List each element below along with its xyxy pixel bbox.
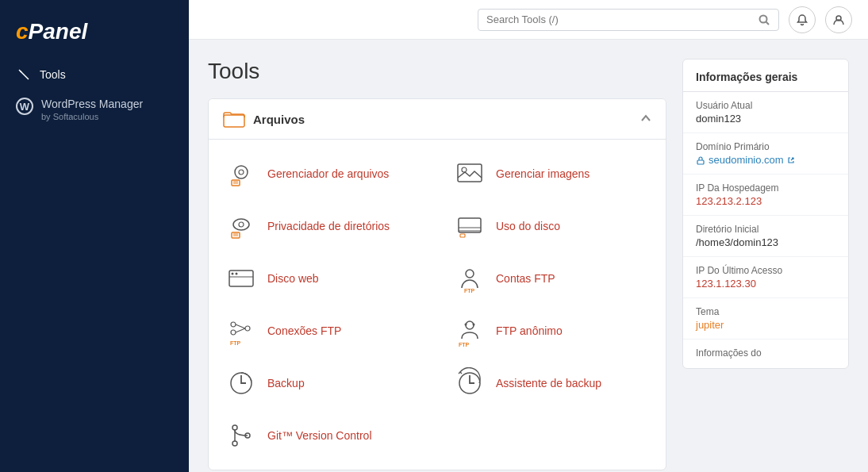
info-label: IP Da Hospedagem <box>696 182 835 194</box>
search-bar[interactable] <box>478 9 779 31</box>
section-header: Arquivos <box>209 99 666 140</box>
domain-link[interactable]: seudominio.com <box>709 154 784 166</box>
tool-label: Gerenciar imagens <box>496 167 590 180</box>
external-link-icon <box>787 156 795 164</box>
info-label: Tema <box>696 306 835 317</box>
svg-point-29 <box>231 330 236 335</box>
svg-point-12 <box>462 167 467 172</box>
tool-label: Privacidade de diretórios <box>267 220 390 232</box>
tool-uso-disco[interactable]: Uso do disco <box>437 200 666 252</box>
info-row-last-ip: IP Do Último Acesso 123.1.123.30 <box>683 257 848 298</box>
info-row-dir: Diretório Inicial /home3/domin123 <box>683 216 848 257</box>
wp-label-sub: by Softaculous <box>41 111 143 122</box>
tool-ftp-anonimo[interactable]: FTP FTP anônimo <box>437 305 666 357</box>
svg-line-31 <box>236 324 245 328</box>
tool-git-version[interactable]: Git™ Version Control <box>209 409 437 462</box>
info-card: Informações gerais Usuário Atual domin12… <box>682 59 849 369</box>
ftp-accounts-icon: FTP <box>453 262 486 295</box>
svg-point-26 <box>466 270 474 278</box>
svg-text:FTP: FTP <box>459 342 470 347</box>
main-area: Tools Arquivos <box>189 0 868 472</box>
ftp-connections-icon: FTP <box>225 314 258 347</box>
tool-label: Backup <box>267 377 305 389</box>
svg-point-41 <box>232 441 237 446</box>
info-value: /home3/domin123 <box>696 236 835 248</box>
sidebar-item-wordpress[interactable]: W WordPress Manager by Softaculous <box>0 89 189 130</box>
svg-text:FTP: FTP <box>230 340 241 346</box>
svg-point-2 <box>760 15 767 22</box>
tool-contas-ftp[interactable]: FTP Contas FTP <box>437 252 666 305</box>
search-input[interactable] <box>486 13 753 25</box>
svg-line-32 <box>236 328 245 332</box>
svg-line-3 <box>766 21 770 25</box>
svg-rect-18 <box>459 218 481 232</box>
info-label: Diretório Inicial <box>696 224 835 235</box>
ftp-anon-icon: FTP <box>453 314 486 347</box>
sidebar-tools-label: Tools <box>40 68 66 81</box>
header <box>189 0 868 40</box>
svg-rect-21 <box>460 234 465 237</box>
info-card-title: Informações gerais <box>683 59 848 92</box>
wp-label-main: WordPress Manager <box>41 97 143 111</box>
sidebar: cPanel Tools W WordPress Manager by Soft… <box>0 0 189 472</box>
info-label: Domínio Primário <box>696 141 835 152</box>
tool-conexoes-ftp[interactable]: FTP Conexões FTP <box>209 305 437 357</box>
svg-point-40 <box>232 425 237 430</box>
wrench-icon <box>16 68 32 81</box>
tool-gerenciador-arquivos[interactable]: Gerenciador de arquivos <box>209 148 437 200</box>
info-value: 123.213.2.123 <box>696 195 835 207</box>
lock-icon <box>696 155 705 165</box>
tool-disco-web[interactable]: Disco web <box>209 252 437 305</box>
svg-point-35 <box>465 324 467 326</box>
info-value: 123.1.123.30 <box>696 278 835 290</box>
svg-point-28 <box>231 322 236 327</box>
svg-point-13 <box>233 219 249 230</box>
info-value: domin123 <box>696 113 835 125</box>
tool-gerenciar-imagens[interactable]: Gerenciar imagens <box>437 148 666 200</box>
info-row-last: Informações do <box>683 340 848 368</box>
folder-icon <box>223 110 245 128</box>
tool-label: Git™ Version Control <box>267 429 372 442</box>
svg-text:FTP: FTP <box>464 288 475 294</box>
svg-point-30 <box>245 326 250 331</box>
section-card: Arquivos <box>208 98 666 470</box>
right-panel: Informações gerais Usuário Atual domin12… <box>682 59 849 369</box>
svg-point-14 <box>239 222 244 227</box>
info-label: IP Do Último Acesso <box>696 265 835 276</box>
tool-label: FTP anônimo <box>496 324 563 337</box>
tool-assistente-backup[interactable]: Assistente de backup <box>437 357 666 409</box>
info-row-usuario: Usuário Atual domin123 <box>683 92 848 133</box>
left-panel: Tools Arquivos <box>208 59 666 470</box>
tool-label: Contas FTP <box>496 272 555 285</box>
tool-label: Gerenciador de arquivos <box>267 167 389 180</box>
info-row-ip: IP Da Hospedagem 123.213.2.123 <box>683 175 848 216</box>
tool-privacidade-diretorios[interactable]: Privacidade de diretórios <box>209 200 437 252</box>
file-manager-icon <box>225 157 258 190</box>
svg-point-24 <box>232 273 234 275</box>
tool-label: Disco web <box>267 272 319 285</box>
web-disk-icon <box>225 262 258 295</box>
dir-privacy-icon <box>225 209 258 243</box>
info-value: jupiter <box>696 319 835 331</box>
backup-wizard-icon <box>453 366 486 400</box>
search-button[interactable] <box>758 13 770 26</box>
svg-point-34 <box>466 321 474 329</box>
info-row-dominio: Domínio Primário seudominio.com <box>683 133 848 175</box>
section-title: Arquivos <box>253 113 305 126</box>
sidebar-item-tools[interactable]: Tools <box>0 60 189 89</box>
info-value-domain: seudominio.com <box>696 154 835 166</box>
user-button[interactable] <box>825 6 852 33</box>
content: Tools Arquivos <box>189 40 868 472</box>
chevron-up-icon <box>640 113 651 126</box>
tool-label: Uso do disco <box>496 220 560 232</box>
svg-rect-5 <box>224 115 244 127</box>
tool-backup[interactable]: Backup <box>209 357 437 409</box>
disk-usage-icon <box>453 209 486 243</box>
git-icon <box>225 419 258 452</box>
svg-point-36 <box>473 324 475 326</box>
svg-point-7 <box>239 170 244 175</box>
svg-point-6 <box>235 166 248 178</box>
svg-rect-44 <box>697 160 704 164</box>
notification-button[interactable] <box>789 6 816 33</box>
logo: cPanel <box>0 13 189 60</box>
